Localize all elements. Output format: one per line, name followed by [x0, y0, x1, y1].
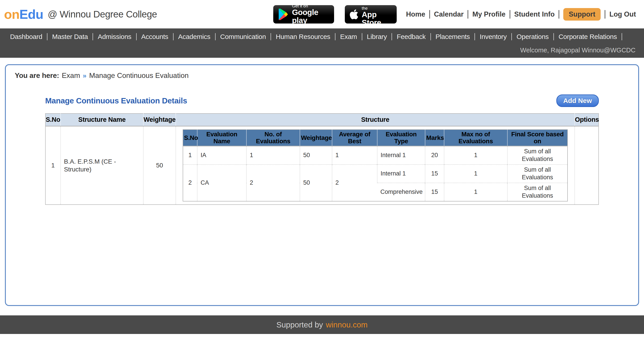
app-logo: onEdu [4, 7, 43, 22]
cell-eval-type: Comprehensive [377, 183, 425, 201]
nav-calendar[interactable]: Calendar [434, 10, 464, 18]
store-badges: Get it on Google play Download on the Ap… [273, 5, 397, 24]
col-header-structure: Structure [176, 114, 575, 126]
menu-item-master-data[interactable]: Master Data [48, 33, 92, 41]
app-store-tagline: Download on the [362, 2, 392, 11]
cell-weightage: 50 [143, 126, 176, 205]
menu-item-placements[interactable]: Placements [431, 33, 475, 41]
cell-eval-type: Internal 1 [377, 165, 425, 183]
cell-eval-marks: 15 [425, 165, 444, 183]
title-row: Manage Continuous Evaluation Details Add… [45, 95, 599, 107]
breadcrumb-separator: » [83, 72, 86, 80]
menu-item-exam[interactable]: Exam [336, 33, 362, 41]
top-header: onEdu @ Winnou Degree College Get it on … [0, 0, 644, 29]
nav-support-button[interactable]: Support [563, 8, 600, 21]
divider [429, 10, 430, 19]
evaluation-row: 2 CA 2 50 2 Internal 1 15 1 Sum of all E… [183, 165, 568, 183]
cell-eval-count: 2 [246, 165, 300, 201]
nav-my-profile[interactable]: My Profile [472, 10, 505, 18]
breadcrumb-current: Manage Continuous Evaluation [89, 71, 189, 80]
breadcrumb-section-exam[interactable]: Exam [62, 71, 80, 80]
nav-student-info[interactable]: Student Info [514, 10, 555, 18]
menu-item-human-resources[interactable]: Human Resources [271, 33, 335, 41]
college-name: @ Winnou Degree College [48, 9, 157, 20]
google-play-label: Google play [292, 8, 329, 25]
menu-item-corporate-relations[interactable]: Corporate Relations [554, 33, 622, 41]
content-panel: You are here: Exam » Manage Continuous E… [5, 64, 639, 306]
cell-eval-max: 1 [444, 183, 507, 201]
menu-item-library[interactable]: Library [362, 33, 392, 41]
welcome-row: Welcome, Rajagopal Winnou@WGCDC [0, 45, 644, 58]
cell-eval-count: 1 [246, 146, 300, 165]
cell-options [575, 126, 598, 205]
cell-eval-max: 1 [444, 165, 507, 183]
logo-part-edu: Edu [20, 7, 44, 22]
cell-eval-type: Internal 1 [377, 146, 425, 165]
cell-eval-sno: 1 [183, 146, 197, 165]
inner-col-average-of-best: Average of Best [332, 130, 377, 146]
main-menubar: Dashboard Master Data Admissions Account… [0, 29, 644, 58]
google-play-badge[interactable]: Get it on Google play [273, 5, 334, 24]
menu-item-dashboard[interactable]: Dashboard [5, 33, 47, 41]
footer: Supported by winnou.com [0, 315, 644, 334]
structure-row: 1 B.A. E.P.S.M (CE - Structure) 50 S.No [46, 126, 598, 205]
cell-eval-average: 2 [332, 165, 377, 201]
breadcrumb: You are here: Exam » Manage Continuous E… [6, 65, 638, 80]
welcome-text: Welcome, Rajagopal Winnou@WGCDC [520, 47, 636, 54]
cell-eval-weightage: 50 [300, 146, 332, 165]
cell-eval-weightage: 50 [300, 165, 332, 201]
structures-header-row: S.No Structure Name Weightage Structure … [46, 114, 598, 126]
add-new-button[interactable]: Add New [556, 95, 599, 107]
app-store-badge[interactable]: Download on the App Store [345, 5, 397, 24]
cell-eval-sno: 2 [183, 165, 197, 201]
evaluations-table: S.No Evaluation Name No. of Evaluations … [183, 129, 568, 201]
inner-col-max-no-of-evaluations: Max no of Evaluations [444, 130, 507, 146]
inner-col-evaluation-name: Evaluation Name [197, 130, 246, 146]
col-header-weightage: Weightage [143, 114, 176, 126]
cell-eval-final-score: Sum of all Evaluations [507, 146, 568, 165]
menu-item-academics[interactable]: Academics [174, 33, 215, 41]
menu-item-feedback[interactable]: Feedback [392, 33, 430, 41]
divider [468, 10, 468, 19]
content-area: Manage Continuous Evaluation Details Add… [45, 95, 599, 205]
cell-eval-average: 1 [332, 146, 377, 165]
menu-item-operations[interactable]: Operations [512, 33, 554, 41]
menu-item-communication[interactable]: Communication [216, 33, 271, 41]
divider [605, 10, 605, 19]
inner-col-marks: Marks [425, 130, 444, 146]
col-header-sno: S.No [46, 114, 60, 126]
evaluation-row: 1 IA 1 50 1 Internal 1 20 1 Sum of all E… [183, 146, 568, 165]
google-play-icon [278, 8, 288, 21]
col-header-structure-name: Structure Name [60, 114, 143, 126]
page-title: Manage Continuous Evaluation Details [45, 96, 187, 105]
nav-home[interactable]: Home [406, 10, 425, 18]
footer-link-winnou[interactable]: winnou.com [326, 320, 368, 329]
breadcrumb-prefix: You are here: [15, 71, 59, 80]
menu-row: Dashboard Master Data Admissions Account… [0, 29, 644, 45]
nav-log-out[interactable]: Log Out [609, 10, 636, 18]
cell-structure-name: B.A. E.P.S.M (CE - Structure) [60, 126, 143, 205]
cell-sno: 1 [46, 126, 60, 205]
menu-item-admissions[interactable]: Admissions [93, 33, 136, 41]
divider [510, 10, 510, 19]
menu-item-inventory[interactable]: Inventory [475, 33, 512, 41]
evaluations-header-row: S.No Evaluation Name No. of Evaluations … [183, 130, 568, 146]
cell-eval-final-score: Sum of all Evaluations [507, 165, 568, 183]
cell-eval-name: IA [197, 146, 246, 165]
cell-eval-marks: 20 [425, 146, 444, 165]
structures-table: S.No Structure Name Weightage Structure … [45, 113, 599, 205]
inner-col-sno: S.No [183, 130, 197, 146]
app-store-label: App Store [362, 11, 392, 27]
inner-col-no-of-evaluations: No. of Evaluations [246, 130, 300, 146]
google-play-tagline: Get it on [292, 4, 329, 8]
cell-eval-final-score: Sum of all Evaluations [507, 183, 568, 201]
inner-col-final-score-based-on: Final Score based on [507, 130, 568, 146]
apple-icon [350, 8, 358, 21]
menu-item-accounts[interactable]: Accounts [137, 33, 173, 41]
logo-part-on: on [4, 7, 20, 22]
cell-eval-max: 1 [444, 146, 507, 165]
inner-col-weightage: Weightage [300, 130, 332, 146]
divider [558, 10, 559, 19]
footer-text: Supported by [276, 320, 323, 329]
cell-eval-name: CA [197, 165, 246, 201]
